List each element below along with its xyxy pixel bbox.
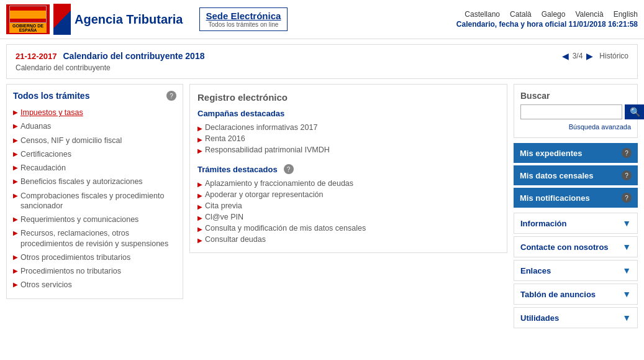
lang-catala[interactable]: Català xyxy=(510,10,532,19)
tramite-link-5[interactable]: Consultar deudas xyxy=(205,235,266,244)
tramites-link-7[interactable]: Requerimientos y comunicaciones xyxy=(20,215,138,224)
tramites-link-10[interactable]: Procedimientos no tributarios xyxy=(20,266,121,276)
bullet-icon: ▶ xyxy=(13,229,18,236)
mis-expedientes-btn[interactable]: Mis expedientes ? xyxy=(514,143,638,163)
tramite-link-3[interactable]: Cl@ve PIN xyxy=(205,213,243,221)
list-item: ▶ Recursos, reclamaciones, otros procedi… xyxy=(13,226,176,251)
mis-datos-btn[interactable]: Mis datos censales ? xyxy=(514,165,638,185)
accordion-tablon-header[interactable]: Tablón de anuncios ▼ xyxy=(514,284,637,304)
tramites-destac-list: ▶ Aplazamiento y fraccionamiento de deud… xyxy=(197,178,499,245)
tramites-list: ▶ Impuestos y tasas ▶ Aduanas ▶ Censos, … xyxy=(13,106,176,292)
header: GOBIERNO DE ESPAÑA Agencia Tributaria Se… xyxy=(0,0,644,39)
news-nav: ◀ 3/4 ▶ Histórico xyxy=(562,51,628,61)
tramites-link-11[interactable]: Otros servicios xyxy=(20,280,72,290)
list-item: ▶ Certificaciones xyxy=(13,147,176,161)
news-date: 21-12-2017 xyxy=(16,52,57,61)
at-logo xyxy=(53,4,71,35)
bullet-icon: ▶ xyxy=(13,267,18,274)
campaigns-title: Campañas destacadas xyxy=(197,109,499,118)
bullet-icon: ▶ xyxy=(13,122,18,129)
accordion-enlaces: Enlaces ▼ xyxy=(514,260,638,281)
search-button[interactable]: 🔍 xyxy=(625,104,644,119)
tramites-link-6[interactable]: Comprobaciones fiscales y procedimiento … xyxy=(20,191,176,211)
tramites-link-4[interactable]: Recaudación xyxy=(20,163,66,173)
chevron-down-icon: ▼ xyxy=(622,289,631,299)
accordion-contacte-label: Contacte con nosotros xyxy=(520,242,609,252)
historico-link[interactable]: Histórico xyxy=(599,52,628,60)
lang-galego[interactable]: Galego xyxy=(542,10,566,19)
left-column: Todos los trámites ? ▶ Impuestos y tasas… xyxy=(6,84,183,331)
mis-notificaciones-help[interactable]: ? xyxy=(622,193,632,203)
accordion-contacte-header[interactable]: Contacte con nosotros ▼ xyxy=(514,237,637,257)
bullet-icon: ▶ xyxy=(197,147,202,154)
tramites-destac-title: Trámites destacados xyxy=(197,165,278,174)
list-item: ▶ Requerimientos y comunicaciones xyxy=(13,213,176,226)
agency-name: Agencia Tributaria xyxy=(75,12,183,27)
tramites-link-2[interactable]: Censos, NIF y domicilio fiscal xyxy=(20,136,122,145)
campaigns-list: ▶ Declaraciones informativas 2017 ▶ Rent… xyxy=(197,122,499,155)
list-item: ▶ Procedimientos no tributarios xyxy=(13,264,176,278)
lang-links: Castellano Català Galego Valencià Englis… xyxy=(456,10,638,19)
sede-box[interactable]: Sede Electrónica Todos los trámites on l… xyxy=(199,7,288,31)
registro-box: Registro electrónico Campañas destacadas… xyxy=(189,84,507,253)
bullet-icon: ▶ xyxy=(13,216,18,223)
tramite-link-2[interactable]: Cita previa xyxy=(205,201,242,210)
accordion-tablon: Tablón de anuncios ▼ xyxy=(514,284,638,305)
campaign-link-1[interactable]: Renta 2016 xyxy=(205,134,245,143)
news-title-row: 21-12-2017 Calendario del contribuyente … xyxy=(16,51,628,61)
lang-valencia[interactable]: Valencià xyxy=(575,10,603,19)
news-title: Calendario del contribuyente 2018 xyxy=(63,51,205,61)
accordion-informacion: Información ▼ xyxy=(514,213,638,234)
lang-english[interactable]: English xyxy=(614,10,638,19)
list-item: ▶ Comprobaciones fiscales y procedimient… xyxy=(13,189,176,213)
news-subtitle: Calendario del contribuyente xyxy=(16,63,628,72)
bullet-icon: ▶ xyxy=(13,254,18,261)
accordion-informacion-header[interactable]: Información ▼ xyxy=(514,213,637,233)
list-item: ▶ Recaudación xyxy=(13,161,176,175)
tramite-link-1[interactable]: Apoderar y otorgar representación xyxy=(205,190,323,199)
tramite-link-4[interactable]: Consulta y modificación de mis datos cen… xyxy=(205,224,366,233)
search-input[interactable] xyxy=(520,104,622,119)
news-bar: 21-12-2017 Calendario del contribuyente … xyxy=(6,44,638,79)
campaign-link-2[interactable]: Responsabilidad patrimonial IVMDH xyxy=(205,145,330,154)
list-item: ▶ Responsabilidad patrimonial IVMDH xyxy=(197,144,499,155)
accordion-tablon-label: Tablón de anuncios xyxy=(520,290,596,299)
datetime: 11/01/2018 16:21:58 xyxy=(569,20,638,29)
calendar-label: Calendario, fecha y hora oficial xyxy=(456,20,566,29)
mis-datos-help[interactable]: ? xyxy=(622,170,632,180)
accordion-enlaces-header[interactable]: Enlaces ▼ xyxy=(514,261,637,280)
list-item: ▶ Beneficios fiscales y autorizaciones xyxy=(13,175,176,188)
tramites-link-5[interactable]: Beneficios fiscales y autorizaciones xyxy=(20,177,143,187)
list-item: ▶ Impuestos y tasas xyxy=(13,106,176,119)
list-item: ▶ Censos, NIF y domicilio fiscal xyxy=(13,134,176,147)
accordion-utilidades-header[interactable]: Utilidades ▼ xyxy=(514,308,637,328)
buscar-title: Buscar xyxy=(520,91,631,101)
tramites-link-8[interactable]: Recursos, reclamaciones, otros procedimi… xyxy=(20,228,176,249)
tramites-destac-help[interactable]: ? xyxy=(284,164,294,174)
sede-title: Sede Electrónica xyxy=(206,11,281,21)
prev-arrow[interactable]: ◀ xyxy=(562,51,569,61)
tramites-link-1[interactable]: Aduanas xyxy=(20,121,51,131)
mis-notificaciones-btn[interactable]: Mis notificaciones ? xyxy=(514,188,638,208)
accordion-utilidades-label: Utilidades xyxy=(520,313,559,323)
tramites-link-3[interactable]: Certificaciones xyxy=(20,149,71,159)
accordion-utilidades: Utilidades ▼ xyxy=(514,307,638,328)
busqueda-avanzada-link[interactable]: Búsqueda avanzada xyxy=(569,123,631,131)
next-arrow[interactable]: ▶ xyxy=(586,51,593,61)
bullet-icon: ▶ xyxy=(197,237,202,244)
right-column: Buscar 🔍 Búsqueda avanzada Mis expedient… xyxy=(514,84,638,331)
tramites-link-0[interactable]: Impuestos y tasas xyxy=(20,108,83,118)
campaign-link-0[interactable]: Declaraciones informativas 2017 xyxy=(205,123,317,132)
list-item: ▶ Apoderar y otorgar representación xyxy=(197,189,499,200)
mis-notificaciones-label: Mis notificaciones xyxy=(520,193,590,203)
accordion-contacte: Contacte con nosotros ▼ xyxy=(514,236,638,257)
list-item: ▶ Cita previa xyxy=(197,200,499,211)
bullet-icon: ▶ xyxy=(197,215,202,221)
tramites-help-icon[interactable]: ? xyxy=(166,91,176,101)
tramites-link-9[interactable]: Otros procedimientos tributarios xyxy=(20,252,130,262)
bullet-icon: ▶ xyxy=(13,178,18,185)
lang-castellano[interactable]: Castellano xyxy=(465,10,500,19)
busqueda-link: Búsqueda avanzada xyxy=(520,122,631,131)
tramite-link-0[interactable]: Aplazamiento y fraccionamiento de deudas xyxy=(205,179,353,188)
mis-expedientes-help[interactable]: ? xyxy=(622,148,632,158)
